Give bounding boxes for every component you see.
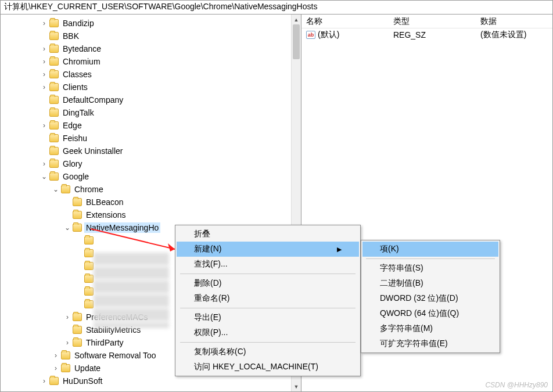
expand-icon[interactable]: › xyxy=(40,19,48,27)
tree-item[interactable]: ⌄Chrome xyxy=(5,183,301,196)
menu-separator xyxy=(366,258,495,259)
tree-item[interactable]: ·DingTalk xyxy=(5,106,301,119)
tree-label: Chromium xyxy=(61,56,102,67)
col-name[interactable]: 名称 xyxy=(301,16,389,27)
expand-icon[interactable]: › xyxy=(40,121,48,130)
expand-icon[interactable]: › xyxy=(63,313,71,321)
tree-item[interactable]: ›Chromium xyxy=(5,55,301,68)
folder-icon xyxy=(61,364,70,372)
menu-item[interactable]: 导出(E) xyxy=(177,310,359,325)
tree-label: Clients xyxy=(61,82,89,92)
folder-icon xyxy=(73,211,82,219)
menu-item[interactable]: 二进制值(B) xyxy=(362,276,498,291)
tree-item[interactable]: ›HuDunSoft xyxy=(5,375,301,387)
menu-label: QWORD (64 位)值(Q) xyxy=(380,308,459,319)
blurred-item xyxy=(94,322,169,328)
tree-label: BBK xyxy=(61,31,81,41)
menu-label: 权限(P)... xyxy=(194,328,228,338)
tree-item[interactable]: ·BBK xyxy=(5,30,301,42)
expand-icon[interactable]: › xyxy=(40,45,48,53)
menu-label: 新建(N) xyxy=(194,244,221,254)
folder-icon xyxy=(49,147,59,155)
tree-item[interactable]: ·Feishu xyxy=(5,132,301,145)
tree-item[interactable]: ›Bytedance xyxy=(5,42,301,55)
menu-item[interactable]: 访问 HKEY_LOCAL_MACHINE(T) xyxy=(177,359,359,375)
scroll-up-icon[interactable]: ▲ xyxy=(292,15,301,24)
tree-item[interactable]: ›Edge xyxy=(5,119,301,132)
address-bar[interactable]: 计算机\HKEY_CURRENT_USER\SOFTWARE\Google\Ch… xyxy=(1,1,552,15)
tree-item[interactable]: ›Classes xyxy=(5,68,301,81)
tree-label: DefaultCompany xyxy=(61,95,125,105)
tree-item[interactable]: ⌄Google xyxy=(5,170,301,183)
menu-item[interactable]: 复制项名称(C) xyxy=(177,344,359,359)
menu-separator xyxy=(180,342,356,343)
tree-item[interactable]: ›Glory xyxy=(5,157,301,170)
expand-icon[interactable]: · xyxy=(63,211,71,219)
blurred-item xyxy=(94,308,169,321)
menu-item[interactable]: 字符串值(S) xyxy=(362,261,498,276)
expand-icon[interactable]: › xyxy=(40,70,48,78)
expand-icon[interactable]: ⌄ xyxy=(40,172,48,181)
scroll-thumb[interactable] xyxy=(293,24,300,59)
expand-icon[interactable]: · xyxy=(40,109,48,117)
regedit-window: 计算机\HKEY_CURRENT_USER\SOFTWARE\Google\Ch… xyxy=(0,0,553,392)
tree-item[interactable]: ·Extensions xyxy=(5,208,301,221)
tree-label: Google xyxy=(61,171,91,182)
tree-label: ThirdParty xyxy=(84,337,125,348)
value-row[interactable]: ab (默认) REG_SZ (数值未设置) xyxy=(301,28,552,41)
tree-item[interactable]: ·Geek Uninstaller xyxy=(5,145,301,157)
folder-icon xyxy=(49,70,59,78)
expand-icon[interactable]: · xyxy=(40,96,48,104)
expand-icon[interactable]: › xyxy=(63,339,71,347)
expand-icon[interactable]: · xyxy=(40,32,48,40)
expand-icon[interactable]: · xyxy=(40,134,48,142)
col-type[interactable]: 类型 xyxy=(389,16,476,27)
value-data: (数值未设置) xyxy=(476,30,552,40)
tree-label: Geek Uninstaller xyxy=(61,146,125,156)
folder-icon xyxy=(49,121,59,130)
expand-icon[interactable]: · xyxy=(63,198,71,206)
tree-item[interactable]: ›Bandizip xyxy=(5,17,301,30)
expand-icon[interactable]: · xyxy=(63,326,71,334)
menu-item[interactable]: 多字符串值(M) xyxy=(362,321,498,336)
expand-icon[interactable]: › xyxy=(40,160,48,168)
folder-icon xyxy=(84,262,94,270)
expand-icon[interactable]: › xyxy=(40,57,48,66)
menu-label: 折叠 xyxy=(194,229,210,239)
menu-item[interactable]: 查找(F)... xyxy=(177,257,359,272)
menu-item[interactable]: QWORD (64 位)值(Q) xyxy=(362,306,498,321)
value-name-cell: ab (默认) xyxy=(301,30,389,40)
folder-icon xyxy=(49,172,59,181)
folder-icon xyxy=(73,224,82,232)
menu-item[interactable]: 权限(P)... xyxy=(177,325,359,340)
expand-icon[interactable]: ⌄ xyxy=(52,185,60,193)
menu-item[interactable]: 新建(N)▶ xyxy=(177,242,359,257)
folder-icon xyxy=(49,160,59,168)
expand-icon[interactable]: · xyxy=(40,147,48,155)
menu-label: 导出(E) xyxy=(194,312,221,323)
submenu-arrow-icon: ▶ xyxy=(314,246,342,253)
expand-icon[interactable]: ⌄ xyxy=(63,224,71,232)
tree-item[interactable]: ·BLBeacon xyxy=(5,196,301,208)
expand-icon[interactable]: › xyxy=(52,351,60,359)
tree-item[interactable]: ·DefaultCompany xyxy=(5,93,301,106)
menu-item[interactable]: 删除(D) xyxy=(177,276,359,291)
expand-icon[interactable]: › xyxy=(40,377,48,385)
menu-item[interactable]: 重命名(R) xyxy=(177,291,359,306)
tree-label: DingTalk xyxy=(61,107,96,118)
tree-item[interactable]: ›Clients xyxy=(5,81,301,93)
menu-item[interactable]: 可扩充字符串值(E) xyxy=(362,336,498,351)
scroll-down-icon[interactable]: ▼ xyxy=(292,382,301,391)
menu-item[interactable]: 项(K) xyxy=(362,242,498,257)
context-submenu-new: 项(K)字符串值(S)二进制值(B)DWORD (32 位)值(D)QWORD … xyxy=(361,240,500,353)
expand-icon[interactable]: › xyxy=(52,364,60,372)
col-data[interactable]: 数据 xyxy=(476,16,552,27)
values-header[interactable]: 名称 类型 数据 xyxy=(301,15,552,28)
menu-label: 二进制值(B) xyxy=(380,278,423,289)
context-menu: 折叠新建(N)▶查找(F)...删除(D)重命名(R)导出(E)权限(P)...… xyxy=(175,225,361,376)
blurred-item xyxy=(94,294,169,307)
menu-item[interactable]: 折叠 xyxy=(177,226,359,242)
menu-item[interactable]: DWORD (32 位)值(D) xyxy=(362,291,498,306)
tree-label: Extensions xyxy=(84,210,127,220)
expand-icon[interactable]: › xyxy=(40,83,48,91)
